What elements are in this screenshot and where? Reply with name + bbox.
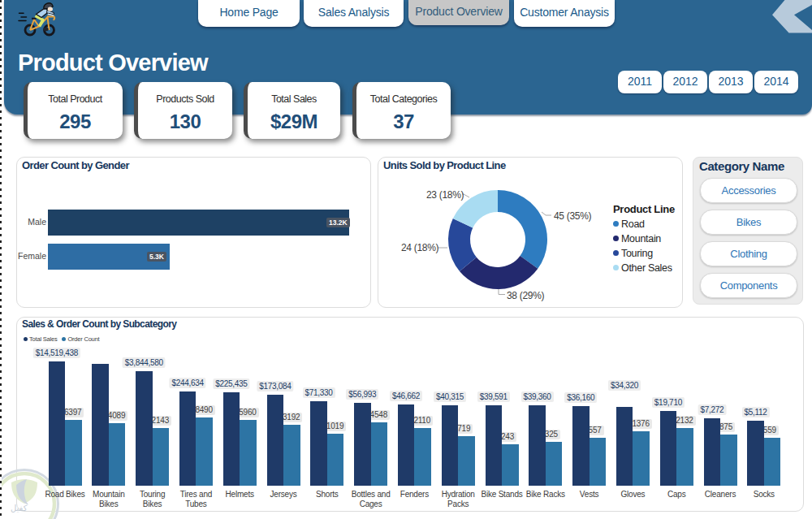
svg-text:كفيل: كفيل — [11, 504, 28, 513]
